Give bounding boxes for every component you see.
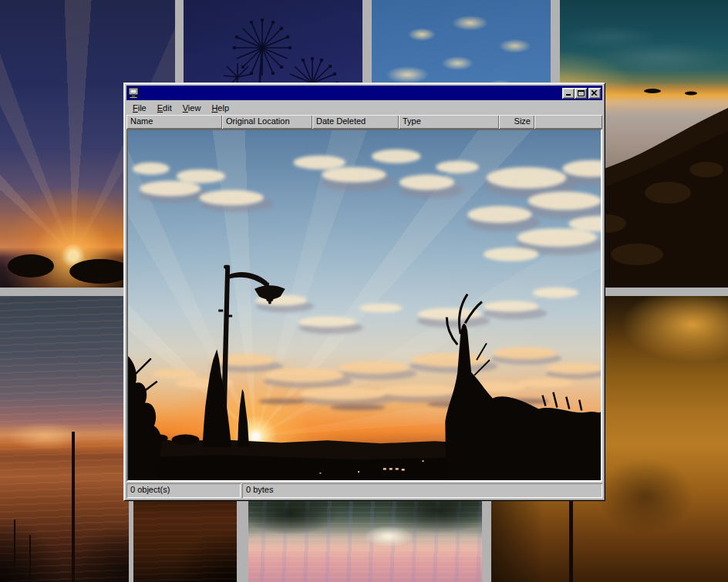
- menu-file[interactable]: File: [127, 102, 152, 115]
- column-header-original-location[interactable]: Original Location: [222, 115, 312, 129]
- menu-help[interactable]: Help: [206, 102, 234, 115]
- menu-bar: File Edit View Help: [126, 101, 602, 115]
- pole-silhouette: [29, 535, 31, 582]
- status-bytes: 0 bytes: [242, 483, 602, 498]
- close-icon: [592, 90, 598, 96]
- file-list-area[interactable]: [126, 129, 602, 482]
- column-headers: Name Original Location Date Deleted Type…: [126, 115, 602, 129]
- minimize-icon: [565, 90, 571, 96]
- foliage-silhouette: [8, 254, 54, 278]
- pole-silhouette: [72, 432, 75, 582]
- window-controls: [562, 88, 601, 99]
- maximize-button[interactable]: [575, 88, 587, 99]
- column-header-name[interactable]: Name: [126, 115, 222, 129]
- window-titlebar[interactable]: [126, 86, 602, 100]
- status-bar: 0 object(s) 0 bytes: [126, 483, 602, 498]
- sunset-photo-scene: [128, 130, 601, 480]
- maximize-icon: [578, 90, 585, 96]
- menu-edit[interactable]: Edit: [152, 102, 177, 115]
- column-header-filler: [534, 115, 602, 129]
- street-lamp-silhouette: [218, 265, 285, 437]
- column-header-type[interactable]: Type: [399, 115, 499, 129]
- column-header-date-deleted[interactable]: Date Deleted: [312, 115, 399, 129]
- menu-view[interactable]: View: [177, 102, 207, 115]
- column-header-size[interactable]: Size: [499, 115, 534, 129]
- recycle-bin-window: File Edit View Help Name Original Locati…: [123, 82, 605, 501]
- wallpaper-photo-sunset-lake: [0, 296, 129, 582]
- minimize-button[interactable]: [562, 88, 575, 99]
- pole-silhouette: [14, 520, 15, 582]
- close-button[interactable]: [588, 88, 601, 99]
- status-objects: 0 object(s): [126, 483, 241, 498]
- foliage-silhouette: [69, 259, 131, 284]
- computer-icon: [128, 87, 140, 99]
